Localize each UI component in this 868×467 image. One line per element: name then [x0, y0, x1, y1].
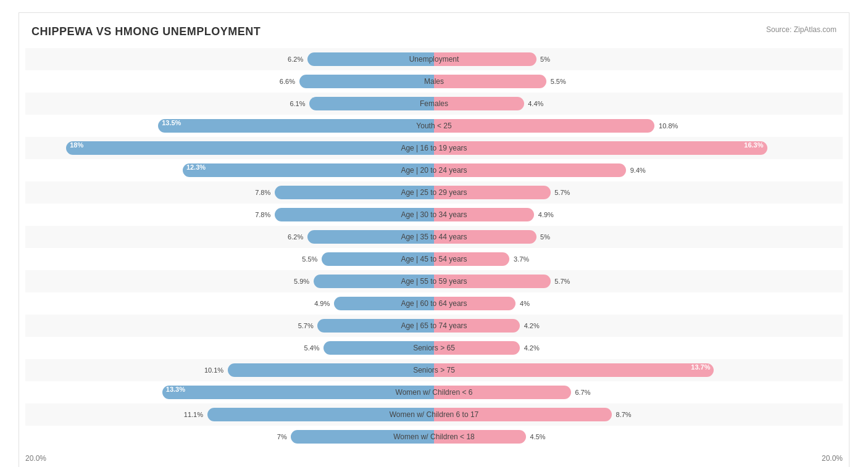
- bar-right: [434, 275, 551, 288]
- value-left: 6.6%: [280, 78, 295, 85]
- right-section: 6.7%: [434, 381, 843, 403]
- left-section: 6.1%: [25, 93, 434, 115]
- chart-row: 7%Women w/ Children < 184.5%: [25, 426, 843, 448]
- axis-right: 20.0%: [822, 454, 843, 463]
- value-right: 16.3%: [744, 141, 763, 149]
- bar-right: [434, 97, 524, 110]
- value-right: 10.8%: [659, 122, 678, 130]
- bar-left: 13.5%: [158, 119, 434, 133]
- left-section: 5.5%: [25, 248, 434, 270]
- left-section: 6.6%: [25, 70, 434, 93]
- right-section: 13.7%: [434, 359, 843, 381]
- right-section: 9.4%: [434, 159, 843, 181]
- left-section: 7%: [25, 426, 434, 448]
- bar-right: [434, 319, 520, 333]
- value-left: 13.3%: [166, 386, 185, 393]
- left-section: 6.2%: [25, 226, 434, 248]
- bar-right: [434, 186, 551, 199]
- bar-right: [434, 75, 546, 88]
- chart-row: 6.6%Males5.5%: [25, 70, 843, 93]
- bar-left: [334, 297, 434, 310]
- bar-right: [434, 430, 526, 444]
- value-left: 6.2%: [288, 233, 303, 241]
- value-left: 12.3%: [186, 163, 206, 171]
- chart-row: 4.9%Age | 60 to 64 years4%: [25, 292, 843, 315]
- right-section: 16.3%: [434, 137, 843, 159]
- value-left: 4.9%: [314, 300, 330, 307]
- bar-right: [434, 252, 509, 266]
- value-right: 8.7%: [616, 411, 632, 418]
- bar-right: [434, 386, 571, 399]
- bar-right: [434, 230, 536, 244]
- bar-left: 12.3%: [183, 163, 434, 177]
- value-left: 11.1%: [184, 411, 203, 418]
- value-left: 5.4%: [304, 344, 320, 352]
- bar-left: [291, 430, 434, 444]
- value-left: 10.1%: [204, 366, 223, 374]
- left-section: 18%: [25, 137, 434, 159]
- value-right: 4%: [520, 300, 530, 307]
- value-left: 5.7%: [298, 322, 314, 329]
- value-left: 5.9%: [294, 278, 309, 285]
- bar-left: [317, 319, 434, 333]
- value-left: 18%: [70, 141, 83, 149]
- right-section: 4.5%: [434, 426, 843, 448]
- value-right: 6.7%: [575, 389, 590, 396]
- chart-row: 6.2%Age | 35 to 44 years5%: [25, 226, 843, 248]
- chart-container: CHIPPEWA VS HMONG UNEMPLOYMENT Source: Z…: [19, 12, 849, 467]
- bar-right: [434, 208, 534, 221]
- chart-row: 13.5%Youth < 2510.8%: [25, 115, 843, 137]
- right-section: 4.2%: [434, 337, 843, 359]
- value-left: 5.5%: [302, 255, 317, 263]
- value-right: 4.4%: [528, 100, 543, 107]
- chart-row: 5.7%Age | 65 to 74 years4.2%: [25, 315, 843, 337]
- left-section: 6.2%: [25, 48, 434, 70]
- right-section: 4.2%: [434, 315, 843, 337]
- value-right: 4.5%: [530, 433, 546, 440]
- bar-left: 18%: [66, 141, 434, 155]
- axis-left: 20.0%: [25, 454, 46, 463]
- right-section: 5.7%: [434, 181, 843, 204]
- chart-row: 6.2%Unemployment5%: [25, 48, 843, 70]
- chart-title: CHIPPEWA VS HMONG UNEMPLOYMENT: [31, 25, 261, 38]
- bar-right: [434, 341, 520, 355]
- value-right: 3.7%: [514, 255, 529, 263]
- value-left: 7.8%: [255, 189, 270, 196]
- chart-row: 5.4%Seniors > 654.2%: [25, 337, 843, 359]
- chart-row: 7.8%Age | 30 to 34 years4.9%: [25, 204, 843, 226]
- bar-right: [434, 408, 612, 421]
- value-left: 6.2%: [288, 56, 303, 63]
- chart-row: 7.8%Age | 25 to 29 years5.7%: [25, 181, 843, 204]
- right-section: 3.7%: [434, 248, 843, 270]
- chart-row: 10.1%Seniors > 7513.7%: [25, 359, 843, 381]
- right-section: 5.5%: [434, 70, 843, 93]
- right-section: 4.4%: [434, 93, 843, 115]
- left-section: 12.3%: [25, 159, 434, 181]
- chart-row: 12.3%Age | 20 to 24 years9.4%: [25, 159, 843, 181]
- left-section: 7.8%: [25, 181, 434, 204]
- bar-right: 16.3%: [434, 141, 767, 155]
- left-section: 5.7%: [25, 315, 434, 337]
- right-section: 5%: [434, 226, 843, 248]
- left-section: 11.1%: [25, 403, 434, 426]
- right-section: 5.7%: [434, 270, 843, 292]
- value-right: 5%: [540, 56, 550, 63]
- left-section: 4.9%: [25, 292, 434, 315]
- chart-header: CHIPPEWA VS HMONG UNEMPLOYMENT Source: Z…: [25, 25, 843, 38]
- value-right: 4.9%: [538, 211, 554, 218]
- axis-row: 20.0% 20.0%: [25, 450, 843, 466]
- left-section: 13.3%: [25, 381, 434, 403]
- chart-row: 11.1%Women w/ Children 6 to 178.7%: [25, 403, 843, 426]
- value-right: 13.7%: [691, 363, 710, 371]
- chart-rows-wrapper: 6.2%Unemployment5%6.6%Males5.5%6.1%Femal…: [25, 48, 843, 448]
- bar-left: [275, 208, 434, 221]
- chart-row: 6.1%Females4.4%: [25, 93, 843, 115]
- left-section: 5.9%: [25, 270, 434, 292]
- left-section: 5.4%: [25, 337, 434, 359]
- value-left: 13.5%: [162, 119, 181, 126]
- chart-row: 5.9%Age | 55 to 59 years5.7%: [25, 270, 843, 292]
- value-right: 4.2%: [524, 322, 540, 329]
- bar-left: [314, 275, 434, 288]
- bar-left: [299, 75, 434, 88]
- bar-right: [434, 163, 626, 177]
